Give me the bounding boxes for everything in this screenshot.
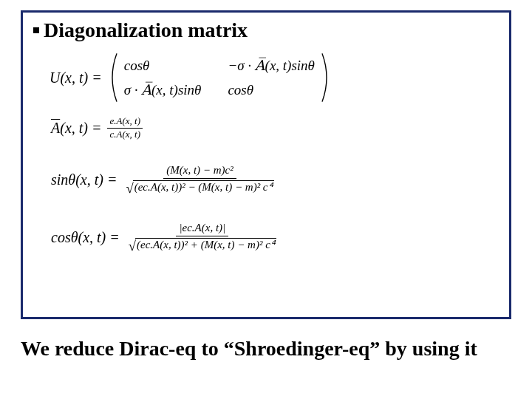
abar-fraction: e.A(x, t) c.A(x, t) <box>107 116 143 140</box>
costheta-den: √ (ec.A(x, t))² + (M(x, t) − m)² c⁴ <box>126 236 279 256</box>
heading: Diagonalization matrix <box>44 18 248 42</box>
equation-abar: A(x, t) = e.A(x, t) c.A(x, t) <box>51 116 499 140</box>
abar-den: c.A(x, t) <box>107 129 143 140</box>
matrix-lhs: U(x, t) = <box>50 69 102 86</box>
equation-costheta: cosθ(x, t) = |ec.A(x, t)| √ (ec.A(x, t))… <box>51 220 499 256</box>
sintheta-radicand: (ec.A(x, t))² − (M(x, t) − m)² c⁴ <box>133 180 274 197</box>
abar-num: e.A(x, t) <box>107 116 143 129</box>
matrix-cell-21: σ · A̅(x, t)sinθ <box>124 81 202 98</box>
matrix-cell-22: cosθ <box>228 82 315 98</box>
abar-lhs: A(x, t) = <box>51 120 101 137</box>
costheta-fraction: |ec.A(x, t)| √ (ec.A(x, t))² + (M(x, t) … <box>126 220 279 256</box>
matrix-body: cosθ −σ · A̅(x, t)sinθ σ · A̅(x, t)sinθ … <box>106 52 332 103</box>
sintheta-fraction: (M(x, t) − m)c² √ (ec.A(x, t))² − (M(x, … <box>123 163 276 198</box>
equation-sintheta: sinθ(x, t) = (M(x, t) − m)c² √ (ec.A(x, … <box>51 163 499 198</box>
costheta-lhs: cosθ(x, t) = <box>51 229 120 246</box>
left-paren-icon <box>106 52 118 103</box>
equation-matrix: U(x, t) = cosθ −σ · A̅(x, t)sinθ σ · A̅(… <box>50 52 499 103</box>
sintheta-num: (M(x, t) − m)c² <box>163 163 236 179</box>
matrix-cell-11: cosθ <box>124 58 202 74</box>
costheta-num: |ec.A(x, t)| <box>176 220 228 236</box>
footer-text: We reduce Dirac-eq to “Shroedinger-eq” b… <box>21 335 508 361</box>
right-paren-icon <box>321 52 332 103</box>
heading-row: Diagonalization matrix <box>33 18 499 42</box>
costheta-radicand: (ec.A(x, t))² + (M(x, t) − m)² c⁴ <box>135 238 276 254</box>
matrix-cell-12: −σ · A̅(x, t)sinθ <box>228 57 315 74</box>
sintheta-den: √ (ec.A(x, t))² − (M(x, t) − m)² c⁴ <box>123 179 276 198</box>
boxed-content: Diagonalization matrix U(x, t) = cosθ −σ… <box>21 10 511 319</box>
bullet-icon <box>33 27 39 33</box>
sintheta-lhs: sinθ(x, t) = <box>51 171 117 188</box>
